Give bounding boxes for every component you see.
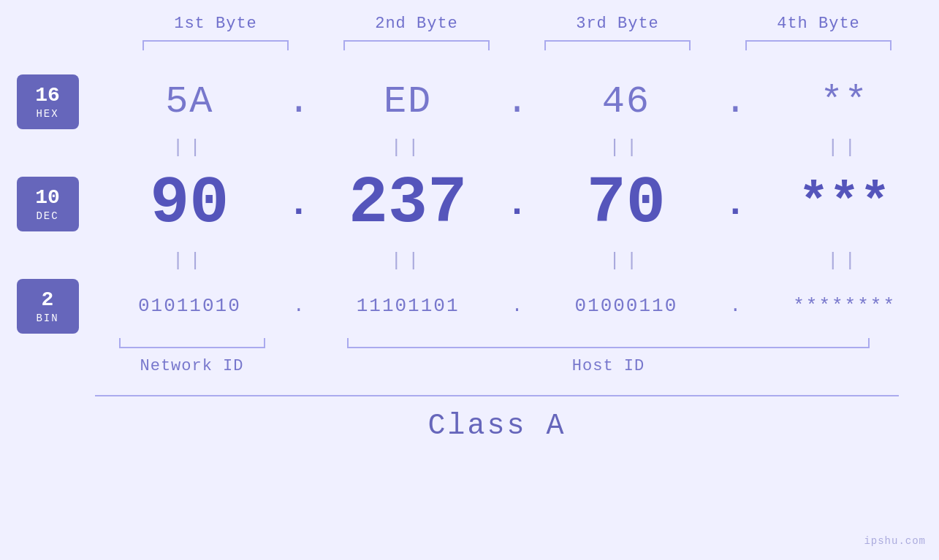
hex-b2: ED [313,80,503,123]
equals-row-2: || || || || [95,244,939,277]
id-labels-row: Network ID Host ID [95,351,899,380]
eq-2-b1: || [95,250,284,272]
class-row: Class A [95,395,899,442]
dec-b1: 90 [95,171,284,237]
dec-b2: 237 [313,171,503,237]
bracket-top-1 [142,40,289,50]
hex-badge-row: 16 HEX [17,72,79,131]
hex-dot-2: . [503,80,532,123]
watermark: ipshu.com [864,535,926,547]
host-bracket-cell [318,338,899,348]
dec-badge-number: 10 [35,185,60,210]
network-bracket-cell [95,338,289,348]
bin-b2: 11101101 [313,295,503,317]
main-container: 1st Byte 2nd Byte 3rd Byte 4th Byte 16 H… [0,0,939,560]
bin-b4: ******** [750,295,939,317]
hex-badge: 16 HEX [17,74,79,129]
badges-column: 16 HEX 10 DEC 2 BIN [0,72,95,335]
dec-dot-1: . [284,183,313,225]
host-id-label: Host ID [572,357,645,375]
bin-badge-label: BIN [36,312,58,324]
eq-1-b2: || [313,137,503,158]
dec-b4: *** [750,178,939,229]
bin-badge-number: 2 [42,288,54,312]
eq-2-b4: || [750,250,939,272]
eq-1-b1: || [95,137,284,158]
dec-badge-row: 10 DEC [17,164,79,244]
bracket-cell-2 [316,40,517,50]
dec-badge-label: DEC [36,210,58,222]
bracket-cell-1 [115,40,316,50]
bottom-bracket-row [95,338,899,348]
bracket-top-3 [544,40,691,50]
bracket-bottom-network [119,338,265,348]
equals-row-1: || || || || [95,131,939,164]
dec-badge: 10 DEC [17,177,79,231]
byte-label-4: 4th Byte [718,15,919,33]
eq-2-b2: || [313,250,503,272]
dec-b3: 70 [532,171,721,237]
host-id-group: Host ID [318,357,899,375]
hex-row: 5A . ED . 46 . ** [95,72,939,131]
bin-dot-2: . [503,295,532,317]
bin-dot-3: . [721,295,750,317]
bracket-top-4 [745,40,892,50]
main-area: 16 HEX 10 DEC 2 BIN [0,72,939,442]
dec-row: 90 . 237 . 70 . *** [95,164,939,244]
header-row: 1st Byte 2nd Byte 3rd Byte 4th Byte [115,15,919,33]
data-grid: 5A . ED . 46 . ** || || || || 90 [95,72,939,442]
bin-b3: 01000110 [532,295,721,317]
byte-label-1: 1st Byte [115,15,316,33]
bracket-cell-4 [718,40,919,50]
bracket-cell-3 [517,40,718,50]
hex-dot-3: . [721,80,750,123]
byte-label-3: 3rd Byte [517,15,718,33]
dec-dot-3: . [721,183,750,225]
hex-dot-1: . [284,80,313,123]
top-bracket-row [115,40,919,50]
hex-b1: 5A [95,80,284,123]
bin-badge: 2 BIN [17,279,79,334]
class-label: Class A [427,410,566,442]
eq-1-b3: || [532,137,721,158]
dec-dot-2: . [503,183,532,225]
bracket-top-2 [343,40,490,50]
bin-row: 01011010 . 11101101 . 01000110 . *******… [95,277,939,335]
eq-2-b3: || [532,250,721,272]
eq-1-b4: || [750,137,939,158]
hex-b3: 46 [532,80,721,123]
byte-label-2: 2nd Byte [316,15,517,33]
hex-badge-number: 16 [35,83,60,108]
network-id-label: Network ID [95,357,289,375]
bracket-bottom-host [347,338,870,348]
hex-b4: ** [750,80,939,123]
hex-badge-label: HEX [36,108,58,120]
bin-badge-row: 2 BIN [17,277,79,335]
bin-b1: 01011010 [95,295,284,317]
bin-dot-1: . [284,295,313,317]
